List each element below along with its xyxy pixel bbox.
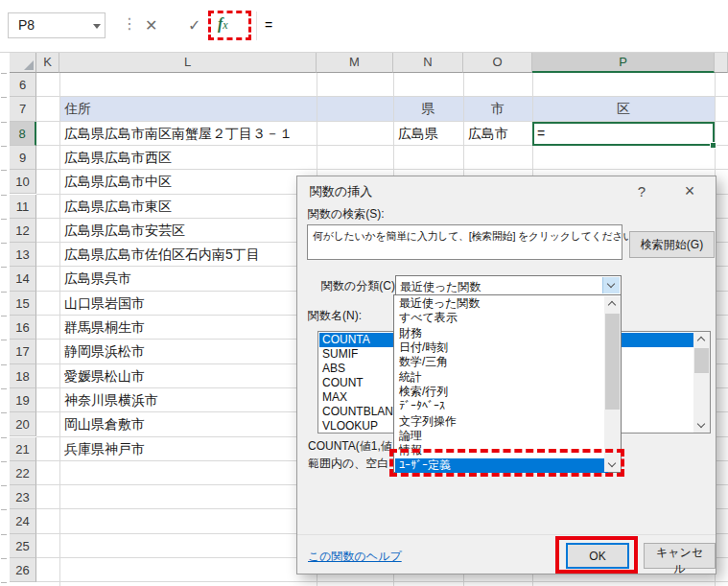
category-option-7[interactable]: ﾃﾞｰﾀﾍﾞｰｽ (395, 399, 608, 413)
row-header-20[interactable]: 20 (10, 412, 36, 436)
cancel-button[interactable]: キャンセル (644, 543, 716, 569)
row-boundary-tick (1, 195, 7, 196)
column-header-P[interactable]: P (532, 53, 715, 73)
column-header-O[interactable]: O (463, 53, 532, 73)
row-header-25[interactable]: 25 (10, 534, 36, 558)
category-list-scrollbar[interactable] (604, 296, 621, 472)
cancel-entry-icon[interactable]: ✕ (145, 18, 157, 34)
ok-button[interactable]: OK (566, 543, 629, 569)
cell-O8[interactable]: 広島市 (468, 122, 532, 146)
row-header-22[interactable]: 22 (10, 461, 36, 485)
row-header-18[interactable]: 18 (10, 364, 36, 388)
row-header-11[interactable]: 11 (10, 195, 36, 219)
dialog-title: 関数の挿入 (310, 183, 372, 200)
category-option-4[interactable]: 数学/三角 (395, 355, 608, 369)
cell-L9[interactable]: 広島県広島市西区 (64, 146, 317, 170)
column-header-L[interactable]: L (59, 53, 317, 73)
category-combobox[interactable]: 最近使った関数 (395, 275, 622, 295)
category-option-11[interactable]: ﾕｰｻﾞｰ定義 (395, 458, 608, 473)
scrollbar-thumb[interactable] (605, 314, 620, 410)
row-boundary-tick (1, 437, 7, 438)
cell-L12[interactable]: 広島県広島市安芸区 (64, 219, 317, 243)
cell-L15[interactable]: 山口県岩国市 (64, 292, 317, 316)
formula-bar-input[interactable]: = (265, 17, 272, 33)
scroll-up-button[interactable] (604, 296, 621, 313)
column-header-M[interactable]: M (317, 53, 393, 73)
row-header-21[interactable]: 21 (10, 437, 36, 461)
cell-L19[interactable]: 神奈川県横浜市 (64, 388, 317, 412)
cell-P7[interactable]: 区 (532, 97, 715, 121)
scroll-up-button[interactable] (693, 332, 710, 348)
row-header-14[interactable]: 14 (10, 267, 36, 291)
row-header-6[interactable]: 6 (10, 73, 36, 97)
row-header-7[interactable]: 7 (10, 97, 36, 121)
row-header-26[interactable]: 26 (10, 558, 36, 582)
category-option-10[interactable]: 情報 (395, 443, 608, 457)
column-header-K[interactable]: K (36, 53, 59, 73)
row-header-8[interactable]: 8 (10, 122, 36, 146)
column-header-N[interactable]: N (393, 53, 463, 73)
cell-L8[interactable]: 広島県広島市南区南蟹屋２丁目３－１ (64, 122, 317, 146)
category-value: 最近使った関数 (400, 279, 481, 295)
chevron-up-icon (697, 337, 705, 344)
selected-cell-P8[interactable] (532, 122, 715, 147)
scrollbar-thumb[interactable] (694, 348, 709, 373)
category-option-5[interactable]: 統計 (395, 370, 608, 385)
row-header-24[interactable]: 24 (10, 509, 36, 533)
cell-L13[interactable]: 広島県広島市佐伯区石内南5丁目 (64, 243, 317, 267)
function-search-input[interactable]: 何がしたいかを簡単に入力して、[検索開始] をクリックしてください。 (307, 224, 622, 260)
function-help-link[interactable]: この関数のヘルプ (308, 549, 402, 565)
category-dropdown-list: 最近使った関数すべて表示財務日付/時刻数学/三角統計検索/行列ﾃﾞｰﾀﾍﾞｰｽ文… (393, 294, 622, 473)
function-list-scrollbar[interactable] (693, 332, 710, 433)
search-start-button[interactable]: 検索開始(G) (629, 231, 715, 258)
function-name-label: 関数名(N): (308, 308, 362, 324)
dialog-footer-divider (297, 534, 716, 535)
cell-L18[interactable]: 愛媛県松山市 (64, 364, 317, 388)
row-header-13[interactable]: 13 (10, 243, 36, 267)
row-header-17[interactable]: 17 (10, 340, 36, 363)
row-boundary-tick (1, 485, 7, 486)
name-box[interactable]: P8 (8, 12, 106, 38)
row-boundary-tick (1, 267, 7, 268)
dialog-help-button[interactable]: ? (629, 182, 654, 201)
row-header-10[interactable]: 10 (10, 170, 36, 194)
scroll-down-button[interactable] (693, 416, 710, 433)
cell-L14[interactable]: 広島県呉市 (64, 267, 317, 291)
row-header-15[interactable]: 15 (10, 292, 36, 316)
cell-O7[interactable]: 市 (463, 97, 532, 121)
category-option-0[interactable]: 最近使った関数 (395, 296, 608, 311)
row-header-12[interactable]: 12 (10, 219, 36, 243)
cell-L7[interactable]: 住所 (64, 97, 317, 121)
chevron-down-icon (697, 420, 705, 428)
cell-L16[interactable]: 群馬県桐生市 (64, 316, 317, 340)
category-option-1[interactable]: すべて表示 (395, 311, 608, 325)
fill-handle[interactable] (710, 142, 716, 149)
category-option-3[interactable]: 日付/時刻 (395, 340, 608, 355)
cell-L20[interactable]: 岡山県倉敷市 (64, 412, 317, 436)
cell-L11[interactable]: 広島県広島市東区 (64, 195, 317, 219)
function-signature: COUNTA(値1,値 (308, 438, 396, 455)
dialog-close-button[interactable]: × (677, 181, 702, 200)
name-box-dropdown-icon[interactable] (93, 24, 101, 29)
category-option-8[interactable]: 文字列操作 (395, 414, 608, 429)
cell-L21[interactable]: 兵庫県神戸市 (64, 437, 317, 461)
enter-entry-icon[interactable]: ✓ (188, 18, 200, 34)
category-option-2[interactable]: 財務 (395, 326, 608, 340)
excel-window: P8 ⋮ ✕ ✓ fx = KLMNOP 6789101112131415161… (0, 0, 728, 586)
cell-L17[interactable]: 静岡県浜松市 (64, 340, 317, 363)
row-header-19[interactable]: 19 (10, 388, 36, 412)
row-header-9[interactable]: 9 (10, 146, 36, 170)
row-header-23[interactable]: 23 (10, 485, 36, 509)
category-dropdown-button[interactable] (602, 277, 620, 293)
row-header-16[interactable]: 16 (10, 316, 36, 340)
cell-N8[interactable]: 広島県 (398, 122, 463, 146)
cell-L10[interactable]: 広島県広島市中区 (64, 170, 317, 194)
chevron-down-icon (607, 280, 615, 288)
category-option-9[interactable]: 論理 (395, 429, 608, 443)
column-header-partial[interactable] (715, 53, 728, 73)
category-option-6[interactable]: 検索/行列 (395, 385, 608, 399)
cell-N7[interactable]: 県 (393, 97, 463, 121)
select-all-corner[interactable] (10, 53, 36, 73)
insert-function-icon[interactable]: fx (218, 15, 228, 33)
scroll-down-button[interactable] (604, 456, 621, 472)
